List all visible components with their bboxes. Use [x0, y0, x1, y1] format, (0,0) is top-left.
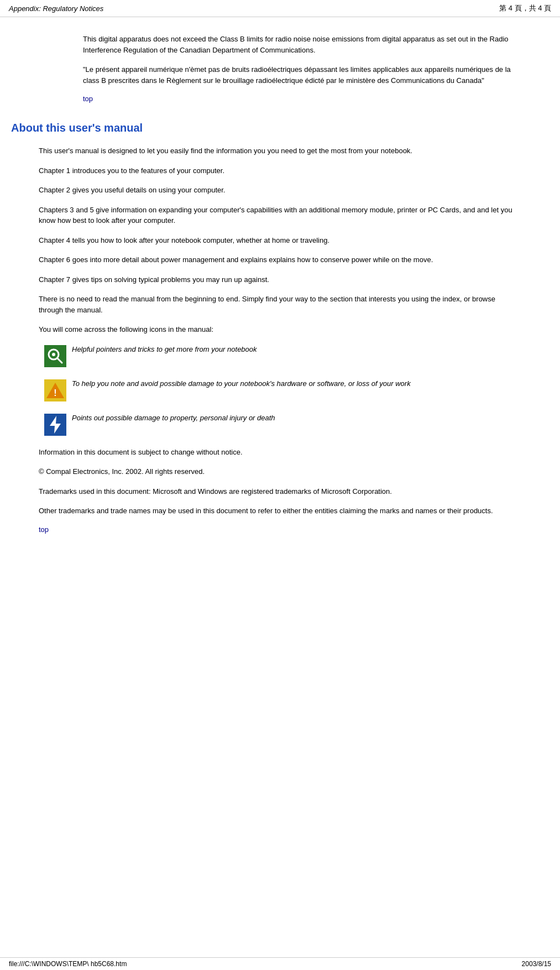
page-header: Appendix: Regulatory Notices 第 4 頁，共 4 頁 — [0, 0, 560, 17]
about-heading: About this user's manual — [11, 122, 549, 134]
icon-bolt-cell — [39, 413, 72, 436]
lightning-bolt-icon — [44, 414, 66, 436]
top-link-1[interactable]: top — [83, 95, 93, 103]
warning-triangle-icon: ! — [44, 379, 66, 401]
about-paragraph-12: Trademarks used in this document: Micros… — [39, 486, 521, 497]
page-footer: file:///C:\WINDOWS\TEMP\ hb5C68.htm 2003… — [0, 957, 560, 970]
green-circle-icon — [44, 345, 66, 367]
paragraph-french: "Le présent appareil numérique n'èmet pa… — [83, 64, 516, 86]
about-paragraph-10: Information in this document is subject … — [39, 447, 521, 458]
icon-warning-cell: ! — [39, 378, 72, 401]
about-paragraph-5: Chapter 4 tells you how to look after yo… — [39, 235, 521, 246]
footer-path: file:///C:\WINDOWS\TEMP\ hb5C68.htm — [9, 960, 127, 968]
about-paragraph-2: Chapter 1 introduces you to the features… — [39, 165, 521, 176]
svg-point-2 — [52, 353, 55, 356]
svg-rect-0 — [44, 345, 66, 367]
top-section: This digital apparatus does not exceed t… — [83, 34, 516, 116]
about-paragraph-9: You will come across the following icons… — [39, 324, 521, 335]
about-paragraph-11: © Compal Electronics, Inc. 2002. All rig… — [39, 466, 521, 477]
icon-green-cell — [39, 344, 72, 367]
icon-row-1: Helpful pointers and tricks to get more … — [39, 344, 521, 367]
footer-date: 2003/8/15 — [522, 960, 551, 968]
about-paragraph-3: Chapter 2 gives you useful details on us… — [39, 185, 521, 196]
about-paragraph-4: Chapters 3 and 5 give information on exp… — [39, 205, 521, 226]
icon-row-2: ! To help you note and avoid possible da… — [39, 378, 521, 401]
about-paragraph-8: There is no need to read the manual from… — [39, 294, 521, 315]
main-content: This digital apparatus does not exceed t… — [0, 17, 560, 580]
paragraph-digital-apparatus: This digital apparatus does not exceed t… — [83, 34, 516, 55]
about-section: About this user's manual This user's man… — [11, 122, 549, 547]
top-link-2[interactable]: top — [39, 525, 49, 534]
header-page-number: 第 4 頁，共 4 頁 — [499, 3, 551, 13]
icon-1-text: Helpful pointers and tricks to get more … — [72, 344, 521, 355]
header-title: Appendix: Regulatory Notices — [9, 4, 103, 13]
about-paragraph-1: This user's manual is designed to let yo… — [39, 145, 521, 157]
svg-text:!: ! — [54, 388, 56, 398]
about-paragraph-13: Other trademarks and trade names may be … — [39, 505, 521, 517]
about-paragraph-6: Chapter 6 goes into more detail about po… — [39, 254, 521, 265]
about-paragraph-7: Chapter 7 gives tips on solving typical … — [39, 274, 521, 285]
icon-2-text: To help you note and avoid possible dama… — [72, 378, 521, 389]
icon-3-text: Points out possible damage to property, … — [72, 413, 521, 424]
icon-row-3: Points out possible damage to property, … — [39, 413, 521, 436]
about-content: This user's manual is designed to let yo… — [39, 145, 521, 547]
